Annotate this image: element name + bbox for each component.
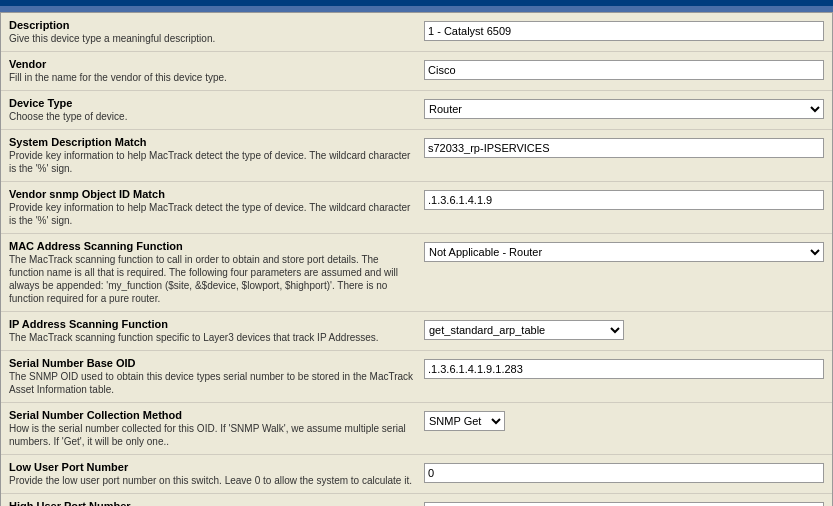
input-high_user_port[interactable] — [424, 502, 824, 506]
label-col-device_type: Device TypeChoose the type of device. — [9, 97, 424, 123]
select-ip_address_scanning[interactable]: get_standard_arp_tableNoneOther — [424, 320, 624, 340]
input-description[interactable] — [424, 21, 824, 41]
field-label-description: Description — [9, 19, 414, 31]
label-col-vendor: VendorFill in the name for the vendor of… — [9, 58, 424, 84]
form-row-low_user_port: Low User Port NumberProvide the low user… — [1, 455, 832, 494]
field-desc-vendor_snmp_match: Provide key information to help MacTrack… — [9, 201, 414, 227]
field-label-device_type: Device Type — [9, 97, 414, 109]
label-col-vendor_snmp_match: Vendor snmp Object ID MatchProvide key i… — [9, 188, 424, 227]
form-row-description: DescriptionGive this device type a meani… — [1, 13, 832, 52]
label-col-description: DescriptionGive this device type a meani… — [9, 19, 424, 45]
input-col-mac_address_scanning: Not Applicable - Routerget_standard_swit… — [424, 240, 824, 262]
input-serial_number_base_oid[interactable] — [424, 359, 824, 379]
input-col-ip_address_scanning: get_standard_arp_tableNoneOther — [424, 318, 824, 340]
form-content: DescriptionGive this device type a meani… — [0, 12, 833, 506]
field-desc-low_user_port: Provide the low user port number on this… — [9, 474, 414, 487]
field-label-system_description_match: System Description Match — [9, 136, 414, 148]
form-row-device_type: Device TypeChoose the type of device.Rou… — [1, 91, 832, 130]
field-label-serial_number_collection: Serial Number Collection Method — [9, 409, 414, 421]
input-col-low_user_port — [424, 461, 824, 483]
label-col-ip_address_scanning: IP Address Scanning FunctionThe MacTrack… — [9, 318, 424, 344]
label-col-mac_address_scanning: MAC Address Scanning FunctionThe MacTrac… — [9, 240, 424, 305]
label-col-system_description_match: System Description MatchProvide key info… — [9, 136, 424, 175]
field-desc-serial_number_collection: How is the serial number collected for t… — [9, 422, 414, 448]
input-low_user_port[interactable] — [424, 463, 824, 483]
form-row-serial_number_collection: Serial Number Collection MethodHow is th… — [1, 403, 832, 455]
field-desc-ip_address_scanning: The MacTrack scanning function specific … — [9, 331, 414, 344]
field-label-vendor: Vendor — [9, 58, 414, 70]
field-label-low_user_port: Low User Port Number — [9, 461, 414, 473]
label-col-low_user_port: Low User Port NumberProvide the low user… — [9, 461, 424, 487]
form-row-ip_address_scanning: IP Address Scanning FunctionThe MacTrack… — [1, 312, 832, 351]
input-col-high_user_port — [424, 500, 824, 506]
field-label-ip_address_scanning: IP Address Scanning Function — [9, 318, 414, 330]
field-label-high_user_port: High User Port Number — [9, 500, 414, 506]
field-desc-mac_address_scanning: The MacTrack scanning function to call i… — [9, 253, 414, 305]
input-col-description — [424, 19, 824, 41]
input-col-system_description_match — [424, 136, 824, 158]
field-desc-description: Give this device type a meaningful descr… — [9, 32, 414, 45]
input-col-device_type: RouterSwitchHubOther — [424, 97, 824, 119]
form-row-high_user_port: High User Port NumberProvide the low use… — [1, 494, 832, 506]
field-desc-system_description_match: Provide key information to help MacTrack… — [9, 149, 414, 175]
select-device_type[interactable]: RouterSwitchHubOther — [424, 99, 824, 119]
field-desc-serial_number_base_oid: The SNMP OID used to obtain this device … — [9, 370, 414, 396]
label-col-serial_number_base_oid: Serial Number Base OIDThe SNMP OID used … — [9, 357, 424, 396]
form-row-mac_address_scanning: MAC Address Scanning FunctionThe MacTrac… — [1, 234, 832, 312]
form-row-serial_number_base_oid: Serial Number Base OIDThe SNMP OID used … — [1, 351, 832, 403]
field-label-vendor_snmp_match: Vendor snmp Object ID Match — [9, 188, 414, 200]
field-desc-device_type: Choose the type of device. — [9, 110, 414, 123]
label-col-serial_number_collection: Serial Number Collection MethodHow is th… — [9, 409, 424, 448]
input-col-serial_number_base_oid — [424, 357, 824, 379]
field-label-serial_number_base_oid: Serial Number Base OID — [9, 357, 414, 369]
field-desc-vendor: Fill in the name for the vendor of this … — [9, 71, 414, 84]
input-col-vendor — [424, 58, 824, 80]
field-label-mac_address_scanning: MAC Address Scanning Function — [9, 240, 414, 252]
input-col-vendor_snmp_match — [424, 188, 824, 210]
input-vendor_snmp_match[interactable] — [424, 190, 824, 210]
form-row-vendor: VendorFill in the name for the vendor of… — [1, 52, 832, 91]
form-row-system_description_match: System Description MatchProvide key info… — [1, 130, 832, 182]
input-col-serial_number_collection: SNMP GetSNMP Walk — [424, 409, 824, 431]
label-col-high_user_port: High User Port NumberProvide the low use… — [9, 500, 424, 506]
select-mac_address_scanning[interactable]: Not Applicable - Routerget_standard_swit… — [424, 242, 824, 262]
select-serial_number_collection[interactable]: SNMP GetSNMP Walk — [424, 411, 505, 431]
form-row-vendor_snmp_match: Vendor snmp Object ID MatchProvide key i… — [1, 182, 832, 234]
input-vendor[interactable] — [424, 60, 824, 80]
input-system_description_match[interactable] — [424, 138, 824, 158]
